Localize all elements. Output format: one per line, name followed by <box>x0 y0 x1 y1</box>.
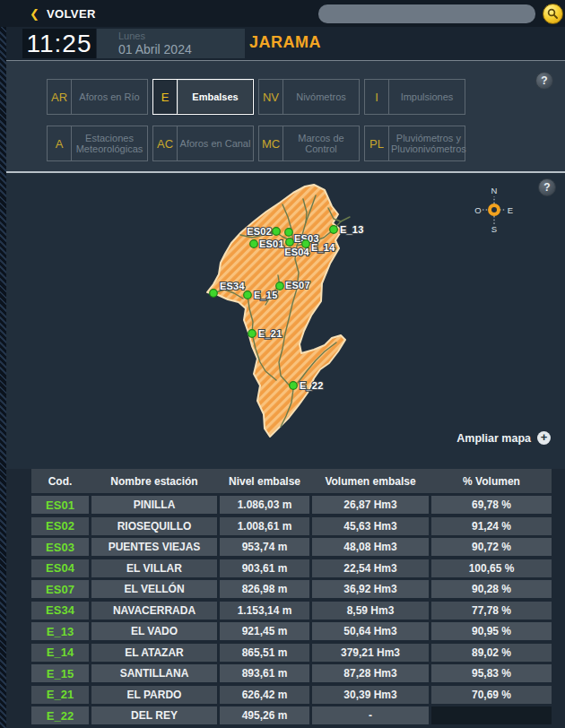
cell-nivel: 903,61 m <box>220 559 309 577</box>
station-marker-e_13[interactable] <box>330 226 338 234</box>
cell-nombre: RIOSEQUILLO <box>91 517 217 535</box>
basin-map: ES02ES03ES01E_13ES04E_14ES07ES34E_15E_21… <box>6 173 565 469</box>
station-marker-es01[interactable] <box>250 240 258 248</box>
station-marker-es34[interactable] <box>210 290 218 298</box>
table-row[interactable]: ES01 PINILLA 1.086,03 m 26,87 Hm3 69,78 … <box>31 496 552 514</box>
cell-volumen: 50,64 Hm3 <box>312 622 429 640</box>
cell-cod: E_13 <box>31 622 89 640</box>
station-label: ES34 <box>220 281 245 291</box>
cell-nombre: PUENTES VIEJAS <box>91 538 217 556</box>
nav-button-ar[interactable]: AR Aforos en Río <box>47 79 148 115</box>
nav-button-e[interactable]: E Embalses <box>152 79 254 115</box>
back-chevron-icon: ❮ <box>30 8 39 20</box>
cell-nombre: EL PARDO <box>91 686 217 704</box>
nav-panel: AR Aforos en Río E Embalses NV Nivómetro… <box>6 61 565 171</box>
nav-button-mc[interactable]: MC Marcos de Control <box>258 126 360 161</box>
table-row[interactable]: E_22 DEL REY 495,26 m - <box>31 706 552 724</box>
help-button-map[interactable]: ? <box>538 178 556 196</box>
cell-cod: ES01 <box>31 496 89 514</box>
day-label: Lunes <box>118 30 245 42</box>
nav-button-label: Impulsiones <box>389 80 465 114</box>
cell-nombre: DEL REY <box>91 706 217 724</box>
cell-pct: 95,83 % <box>431 664 552 682</box>
enlarge-map-label: Ampliar mapa <box>456 432 531 445</box>
nav-button-pl[interactable]: PL Pluviómetros y Pluvionivómetros <box>364 126 465 161</box>
cell-nivel: 495,26 m <box>220 706 309 724</box>
nav-button-code: A <box>48 126 72 160</box>
cell-cod: ES07 <box>31 580 89 598</box>
table-row[interactable]: ES04 EL VILLAR 903,61 m 22,54 Hm3 100,65… <box>31 559 552 577</box>
station-label: E_21 <box>258 328 282 339</box>
table-row[interactable]: ES34 NAVACERRADA 1.153,14 m 8,59 Hm3 77,… <box>31 602 552 620</box>
cell-cod: E_21 <box>31 686 89 704</box>
cell-cod: E_14 <box>31 644 89 662</box>
col-volumen: Volumen embalse <box>312 469 429 493</box>
nav-button-code: E <box>153 80 178 114</box>
table-row[interactable]: E_13 EL VADO 921,45 m 50,64 Hm3 90,95 % <box>31 622 552 640</box>
page-title: JARAMA <box>249 33 321 52</box>
cell-nivel: 1.086,03 m <box>220 496 309 514</box>
cell-volumen: 26,87 Hm3 <box>312 496 429 514</box>
col-nivel: Nivel embalse <box>220 469 309 493</box>
station-marker-es02[interactable] <box>273 228 281 236</box>
cell-cod: E_15 <box>31 664 89 682</box>
cell-cod: E_22 <box>31 706 89 724</box>
compass-s: S <box>491 224 497 234</box>
table-row[interactable]: E_15 SANTILLANA 893,61 m 87,28 Hm3 95,83… <box>31 664 552 682</box>
search-input[interactable] <box>318 4 535 23</box>
table-row[interactable]: ES02 RIOSEQUILLO 1.008,61 m 45,63 Hm3 91… <box>31 517 552 535</box>
cell-pct: 70,69 % <box>431 686 552 704</box>
back-label: VOLVER <box>47 7 96 21</box>
nav-button-a[interactable]: A Estaciones Meteorológicas <box>47 126 148 161</box>
nav-grid: AR Aforos en Río E Embalses NV Nivómetro… <box>47 79 465 161</box>
cell-pct: 69,78 % <box>431 496 552 514</box>
cell-volumen: 379,21 Hm3 <box>312 644 429 662</box>
back-button[interactable]: ❮ VOLVER <box>0 7 96 21</box>
station-marker-e_14[interactable] <box>302 240 310 248</box>
nav-button-code: AC <box>153 126 178 160</box>
cell-nivel: 1.008,61 m <box>220 517 309 535</box>
station-label: E_15 <box>254 290 278 300</box>
header-bar: 11:25 Lunes 01 Abril 2024 JARAMA <box>6 27 565 60</box>
search-button[interactable] <box>543 4 563 24</box>
nav-button-ac[interactable]: AC Aforos en Canal <box>152 126 254 161</box>
nav-button-nv[interactable]: NV Nivómetros <box>258 79 360 115</box>
station-label: E_13 <box>340 224 364 235</box>
cell-nivel: 953,74 m <box>220 538 309 556</box>
stations-table-body: ES01 PINILLA 1.086,03 m 26,87 Hm3 69,78 … <box>31 496 552 724</box>
cell-volumen: 45,63 Hm3 <box>312 517 429 535</box>
cell-nivel: 893,61 m <box>220 664 309 682</box>
help-button-nav[interactable]: ? <box>535 72 553 90</box>
search-area <box>318 4 565 24</box>
cell-pct: 90,72 % <box>431 538 552 556</box>
table-row[interactable]: ES03 PUENTES VIEJAS 953,74 m 48,08 Hm3 9… <box>31 538 552 556</box>
station-marker-e_15[interactable] <box>244 291 252 299</box>
cell-pct: 77,78 % <box>431 602 552 620</box>
nav-button-i[interactable]: I Impulsiones <box>364 79 465 115</box>
compass-n: N <box>491 186 498 195</box>
nav-button-label: Aforos en Canal <box>178 126 253 160</box>
nav-button-label: Embalses <box>178 80 253 114</box>
nav-button-code: NV <box>259 80 283 114</box>
station-marker-e_21[interactable] <box>248 330 256 338</box>
nav-button-code: I <box>365 80 389 114</box>
station-marker-es03[interactable] <box>285 229 293 237</box>
compass-e: E <box>508 205 513 215</box>
nav-button-label: Aforos en Río <box>72 80 147 114</box>
date-box: Lunes 01 Abril 2024 <box>97 29 245 58</box>
col-nombre: Nombre estación <box>91 469 217 493</box>
station-marker-es07[interactable] <box>276 282 284 290</box>
station-marker-e_22[interactable] <box>290 382 298 390</box>
cell-volumen: 87,28 Hm3 <box>312 664 429 682</box>
table-row[interactable]: ES07 EL VELLÓN 826,98 m 36,92 Hm3 90,28 … <box>31 580 552 598</box>
station-marker-es04[interactable] <box>286 238 294 247</box>
table-row[interactable]: E_21 EL PARDO 626,42 m 30,39 Hm3 70,69 % <box>31 686 552 704</box>
scada-app: ❮ VOLVER 11:25 Lunes 01 Abril 2024 JARAM… <box>0 0 565 728</box>
nav-button-label: Nivómetros <box>283 80 359 114</box>
enlarge-map-button[interactable]: Ampliar mapa + <box>456 431 551 445</box>
nav-button-label: Pluviómetros y Pluvionivómetros <box>389 126 468 160</box>
table-row[interactable]: E_14 EL ATAZAR 865,51 m 379,21 Hm3 89,02… <box>31 644 552 662</box>
cell-nivel: 921,45 m <box>220 622 309 640</box>
cell-volumen: 48,08 Hm3 <box>312 538 429 556</box>
cell-volumen: 36,92 Hm3 <box>312 580 429 598</box>
